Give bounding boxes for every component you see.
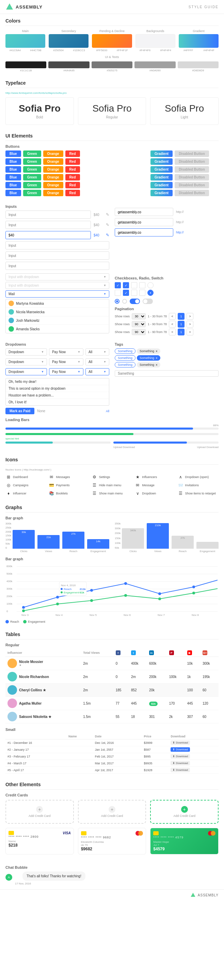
url-input-1[interactable] — [115, 208, 173, 216]
tag-3a[interactable]: Something — [115, 362, 136, 368]
dl-btn-5[interactable]: ⬇ Download — [170, 768, 190, 772]
tag-1b-close[interactable]: × — [156, 349, 158, 353]
input-4[interactable] — [5, 241, 109, 250]
page-next-1[interactable]: > — [186, 313, 193, 320]
mark-as-paid-btn[interactable]: Mark as Paid — [5, 408, 35, 414]
std-dl-1[interactable]: ⬇ Download — [169, 740, 219, 746]
input-6[interactable] — [5, 262, 109, 270]
btn-blue-1[interactable]: Blue — [5, 151, 21, 157]
tag-3b[interactable]: Something × — [137, 362, 160, 368]
dl-btn-3[interactable]: ⬇ Download — [170, 754, 190, 759]
add-card-1[interactable]: + Add Credit Card — [5, 800, 74, 824]
btn-orange-5[interactable]: Orange — [43, 182, 63, 188]
btn-red-1[interactable]: Red — [65, 151, 80, 157]
dl-btn-2[interactable]: ⬇ Download — [170, 747, 190, 752]
btn-orange-6[interactable]: Orange — [43, 190, 63, 196]
dd-content-1[interactable]: Oh, hello my dear! — [6, 379, 109, 385]
btn-blue-4[interactable]: Blue — [5, 174, 21, 180]
btn-gradient-1[interactable]: Gradient — [150, 151, 173, 157]
dropdown-input-2[interactable]: Input with dropdown ▼ — [5, 282, 109, 289]
tag-2b[interactable]: Something × — [137, 355, 160, 361]
btn-gradient-5[interactable]: Gradient — [150, 182, 173, 188]
dd-paynow-1[interactable]: Pay Now ▼ — [49, 348, 84, 356]
page-prev-3[interactable]: < — [169, 329, 176, 336]
dd-paynow-3[interactable]: Pay Now ▼ — [49, 368, 84, 375]
radio-1[interactable] — [115, 299, 120, 304]
dd-all-3[interactable]: All ▼ — [85, 368, 109, 375]
add-card-3[interactable]: + Add Credit Card — [150, 800, 219, 824]
cb-1[interactable]: ✓ — [115, 282, 121, 288]
btn-blue-6[interactable]: Blue — [5, 190, 21, 196]
btn-gradient-4[interactable]: Gradient — [150, 174, 173, 180]
btn-red-5[interactable]: Red — [65, 182, 80, 188]
dd-3[interactable]: Dropdown ▼ — [5, 368, 47, 375]
tag-2a[interactable]: Something — [115, 355, 136, 361]
page-1-2[interactable]: 1 — [178, 321, 185, 328]
btn-orange-1[interactable]: Orange — [43, 151, 63, 157]
btn-green-6[interactable]: Green — [23, 190, 41, 196]
std-dl-2[interactable]: ⬇ Download — [169, 746, 219, 753]
dd-content-2[interactable]: This is second option in my dropdown — [6, 385, 109, 392]
edit-icon-1[interactable]: ✎ — [106, 212, 109, 217]
dd-1[interactable]: Dropdown ▼ — [5, 348, 47, 356]
dl-btn-4[interactable]: ⬇ Download — [170, 761, 190, 765]
btn-orange-2[interactable]: Orange — [43, 158, 63, 165]
dd-2[interactable]: Dropdown ▼ — [5, 358, 47, 366]
dl-btn-1[interactable]: ⬇ Download — [170, 740, 190, 745]
page-next-3[interactable]: > — [186, 329, 193, 336]
cb-10[interactable]: • — [147, 290, 153, 296]
cb-8[interactable] — [131, 290, 137, 296]
cb-9[interactable] — [139, 290, 145, 296]
tag-2b-close[interactable]: × — [156, 356, 158, 360]
btn-gradient-3[interactable]: Gradient — [150, 166, 173, 173]
dropdown-user-4[interactable]: Amanda Slacks — [6, 325, 109, 333]
dropdown-input-1[interactable]: Input with dropdown ▼ — [5, 273, 109, 280]
btn-green-2[interactable]: Green — [23, 158, 41, 165]
dd-content-4[interactable]: Oh, I love it! — [6, 399, 109, 406]
dropdown-input-3[interactable]: Mail ▼ — [5, 290, 109, 298]
add-card-2[interactable]: + Add Credit Card — [78, 800, 147, 824]
dd-paynow-2[interactable]: Pay Now ▼ — [49, 358, 84, 366]
cb-3[interactable] — [131, 282, 137, 288]
std-dl-3[interactable]: ⬇ Download — [169, 753, 219, 760]
dd-content-3[interactable]: Houston we have a problem... — [6, 392, 109, 399]
tag-3b-close[interactable]: × — [156, 363, 158, 367]
dropdown-user-1[interactable]: Martyna Kowalska — [6, 299, 109, 308]
page-next-2[interactable]: > — [186, 321, 193, 328]
input-1[interactable] — [5, 210, 91, 219]
page-prev-1[interactable]: < — [169, 313, 176, 320]
url-input-3[interactable] — [115, 228, 173, 237]
toggle-on[interactable] — [130, 299, 140, 304]
cb-6[interactable] — [115, 290, 121, 296]
rows-select-3[interactable]: 90 — [132, 329, 146, 335]
radio-2[interactable] — [122, 299, 127, 304]
page-1-1[interactable]: 1 — [178, 313, 185, 320]
toggle-off[interactable] — [143, 299, 153, 304]
input-5[interactable] — [5, 251, 109, 260]
tag-1b[interactable]: Something × — [137, 348, 160, 354]
tag-input[interactable] — [115, 370, 219, 377]
tag-1a[interactable]: Something — [115, 348, 136, 354]
btn-gradient-6[interactable]: Gradient — [150, 190, 173, 196]
input-2[interactable] — [5, 221, 91, 229]
btn-blue-2[interactable]: Blue — [5, 158, 21, 165]
dropdown-user-2[interactable]: Nicola Marowiecka — [6, 308, 109, 316]
std-dl-4[interactable]: ⬇ Download — [169, 760, 219, 767]
btn-green-5[interactable]: Green — [23, 182, 41, 188]
cb-5[interactable] — [147, 282, 153, 288]
page-prev-2[interactable]: < — [169, 321, 176, 328]
page-1-3[interactable]: 1 — [178, 329, 185, 336]
edit-icon-3[interactable]: ✎ — [106, 233, 109, 237]
dd-all-2[interactable]: All ▼ — [85, 358, 109, 366]
input-3-active[interactable] — [5, 231, 91, 239]
btn-blue-3[interactable]: Blue — [5, 166, 21, 173]
btn-gradient-2[interactable]: Gradient — [150, 158, 173, 165]
cb-2[interactable]: ✓ — [123, 282, 129, 288]
std-dl-5[interactable]: ⬇ Download — [169, 767, 219, 773]
rows-select-2[interactable]: 90 — [132, 321, 146, 327]
btn-orange-3[interactable]: Orange — [43, 166, 63, 173]
edit-icon-2[interactable]: ✎ — [106, 223, 109, 227]
dropdown-user-3[interactable]: Josh Markowitz — [6, 316, 109, 325]
btn-orange-4[interactable]: Orange — [43, 174, 63, 180]
btn-green-3[interactable]: Green — [23, 166, 41, 173]
